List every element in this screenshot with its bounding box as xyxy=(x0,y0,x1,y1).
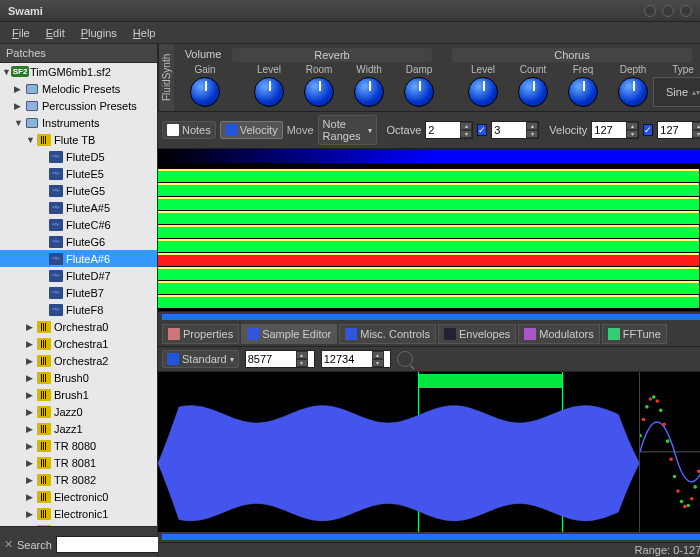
loop-end-spinbox[interactable]: ▴▾ xyxy=(321,350,391,368)
zone-lane[interactable] xyxy=(158,295,699,309)
tree-sample[interactable]: FluteD5 xyxy=(0,148,157,165)
sample-mode-button[interactable]: Standard▾ xyxy=(162,350,239,368)
tree-folder[interactable]: ▶ Melodic Presets xyxy=(0,80,157,97)
loop-start-spinbox[interactable]: ▴▾ xyxy=(245,350,315,368)
menu-plugins[interactable]: Plugins xyxy=(73,24,125,42)
knob-count[interactable] xyxy=(518,77,548,107)
mode-velocity-button[interactable]: Velocity xyxy=(220,121,283,139)
zone-hscroll[interactable] xyxy=(162,314,700,321)
tree-instrument[interactable]: ▼ Flute TB xyxy=(0,131,157,148)
svg-point-2 xyxy=(640,434,642,438)
patch-tree[interactable]: ▼SF2 TimGM6mb1.sf2 ▶ Melodic Presets ▶ P… xyxy=(0,63,157,526)
tree-sample[interactable]: FluteF8 xyxy=(0,301,157,318)
zone-editor[interactable] xyxy=(158,149,700,312)
tree-instrument[interactable]: ▶Brush1 xyxy=(0,386,157,403)
zone-lane[interactable] xyxy=(158,267,699,281)
zoom-icon[interactable] xyxy=(397,351,413,367)
tree-instrument[interactable]: ▶TR 8081 xyxy=(0,454,157,471)
properties-icon xyxy=(168,328,180,340)
zone-lane[interactable] xyxy=(158,281,699,295)
tab-envelopes[interactable]: Envelopes xyxy=(438,324,516,344)
velocity-b-spinbox[interactable]: ▴▾ xyxy=(657,121,700,139)
knob-chorus-level[interactable] xyxy=(468,77,498,107)
fluidsynth-panel: FluidSynth Volume Reverb Chorus Gain Lev… xyxy=(158,44,700,112)
octave-label: Octave xyxy=(387,124,422,136)
tree-sample[interactable]: FluteC#6 xyxy=(0,216,157,233)
note-ranges-button[interactable]: Note Ranges▾ xyxy=(318,115,377,145)
octave-link-checkbox[interactable]: ✓ xyxy=(477,124,487,136)
tree-sample[interactable]: FluteG5 xyxy=(0,182,157,199)
svg-point-3 xyxy=(642,418,646,422)
svg-point-18 xyxy=(694,486,698,490)
content-area: FluidSynth Volume Reverb Chorus Gain Lev… xyxy=(158,44,700,557)
tree-root[interactable]: ▼SF2 TimGM6mb1.sf2 xyxy=(0,63,157,80)
tree-instrument[interactable]: ▶Electronic1 xyxy=(0,505,157,522)
velocity-link-checkbox[interactable]: ✓ xyxy=(643,124,653,136)
tree-sample[interactable]: FluteG6 xyxy=(0,233,157,250)
tab-modulators[interactable]: Modulators xyxy=(518,324,599,344)
tree-instrument[interactable]: ▶Electronic0 xyxy=(0,488,157,505)
tree-folder[interactable]: ▶ Percussion Presets xyxy=(0,97,157,114)
modulators-icon xyxy=(524,328,536,340)
knob-damp[interactable] xyxy=(404,77,434,107)
loop-region[interactable] xyxy=(418,374,562,388)
maximize-button[interactable] xyxy=(662,5,674,17)
tab-properties[interactable]: Properties xyxy=(162,324,239,344)
knob-reverb-level[interactable] xyxy=(254,77,284,107)
zone-lane[interactable] xyxy=(158,211,699,225)
chorus-type-select[interactable]: Sine▴▾ xyxy=(653,77,700,107)
menu-help[interactable]: Help xyxy=(125,24,164,42)
svg-point-13 xyxy=(676,490,680,494)
waveform-hscroll[interactable] xyxy=(158,532,700,542)
svg-point-5 xyxy=(649,398,653,402)
tab-misc-controls[interactable]: Misc. Controls xyxy=(339,324,436,344)
minimize-button[interactable] xyxy=(644,5,656,17)
search-close-icon[interactable]: ✕ xyxy=(4,538,13,551)
svg-point-17 xyxy=(690,497,694,501)
tree-sample[interactable]: FluteA#6 xyxy=(0,250,157,267)
velocity-a-spinbox[interactable]: ▴▾ xyxy=(591,121,639,139)
knob-width[interactable] xyxy=(354,77,384,107)
zone-lane[interactable] xyxy=(158,183,699,197)
tree-instrument[interactable]: ▶Jazz1 xyxy=(0,420,157,437)
tree-instrument[interactable]: ▶Jazz0 xyxy=(0,403,157,420)
zone-lane[interactable] xyxy=(158,197,699,211)
tree-sample[interactable]: FluteA#5 xyxy=(0,199,157,216)
octave-high-spinbox[interactable]: ▴▾ xyxy=(491,121,539,139)
knob-room[interactable] xyxy=(304,77,334,107)
tree-instrument[interactable]: ▶Orchestra2 xyxy=(0,352,157,369)
menu-file[interactable]: File xyxy=(4,24,38,42)
sidebar-tab-patches[interactable]: Patches xyxy=(0,44,157,63)
tree-root-label: TimGM6mb1.sf2 xyxy=(30,66,111,78)
tree-folder[interactable]: ▼ Instruments xyxy=(0,114,157,131)
tree-instrument[interactable]: ▶Orchestra0 xyxy=(0,318,157,335)
wave-icon xyxy=(247,328,259,340)
envelope-icon xyxy=(444,328,456,340)
tree-instrument[interactable]: ▶Orchestra1 xyxy=(0,335,157,352)
menubar: File Edit Plugins Help xyxy=(0,22,700,44)
tree-sample[interactable]: FluteD#7 xyxy=(0,267,157,284)
knob-freq[interactable] xyxy=(568,77,598,107)
close-button[interactable] xyxy=(680,5,692,17)
zone-lane[interactable] xyxy=(158,253,699,267)
zone-lane[interactable] xyxy=(158,169,699,183)
menu-edit[interactable]: Edit xyxy=(38,24,73,42)
window-title: Swami xyxy=(8,5,43,17)
tab-sample-editor[interactable]: Sample Editor xyxy=(241,324,337,344)
tree-instrument[interactable]: ▶TR 8082 xyxy=(0,471,157,488)
knob-gain[interactable] xyxy=(190,77,220,107)
titlebar: Swami xyxy=(0,0,700,22)
zone-lane[interactable] xyxy=(158,225,699,239)
octave-low-spinbox[interactable]: ▴▾ xyxy=(425,121,473,139)
tree-sample[interactable]: FluteE5 xyxy=(0,165,157,182)
tab-fftune[interactable]: FFTune xyxy=(602,324,667,344)
knob-depth[interactable] xyxy=(618,77,648,107)
zone-lane[interactable] xyxy=(158,239,699,253)
svg-point-9 xyxy=(663,423,667,427)
tree-instrument[interactable]: ▶TR 8080 xyxy=(0,437,157,454)
tree-instrument[interactable]: ▶Brush0 xyxy=(0,369,157,386)
tree-sample[interactable]: FluteB7 xyxy=(0,284,157,301)
velocity-icon xyxy=(225,124,237,136)
mode-notes-button[interactable]: Notes xyxy=(162,121,216,139)
waveform-editor[interactable] xyxy=(158,372,700,532)
